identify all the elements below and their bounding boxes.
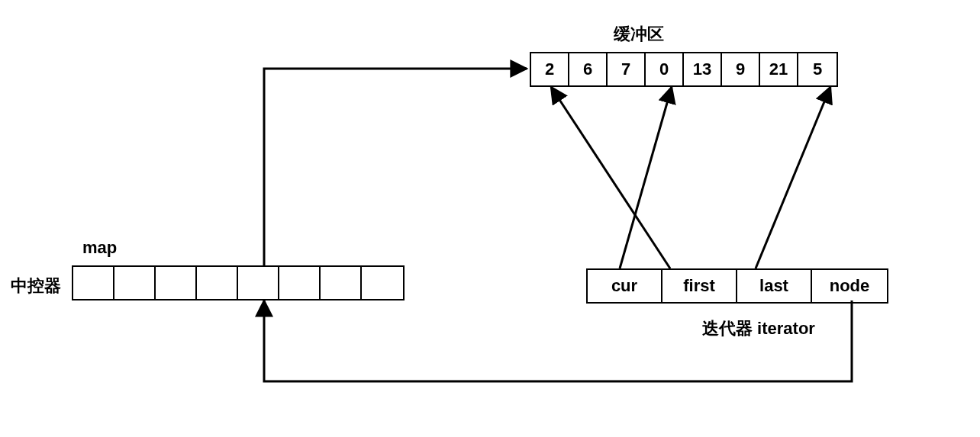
- iterator-field-cur: cur: [588, 270, 662, 302]
- arrow-last: [756, 87, 830, 268]
- iterator-struct: curfirstlastnode: [586, 268, 888, 304]
- arrow-node-to-map: [264, 300, 852, 381]
- buffer-cell: 2: [531, 53, 569, 85]
- map-cell: [238, 267, 279, 299]
- buffer-cell: 6: [569, 53, 608, 85]
- buffer-cell: 13: [684, 53, 722, 85]
- iterator-field-node: node: [812, 270, 887, 302]
- arrow-first: [551, 87, 670, 268]
- iterator-title: 迭代器 iterator: [702, 317, 815, 340]
- map-cell: [114, 267, 156, 299]
- iterator-field-last: last: [737, 270, 812, 302]
- buffer-title: 缓冲区: [614, 23, 664, 46]
- map-cell: [73, 267, 114, 299]
- map-cell: [197, 267, 238, 299]
- buffer-cell: 5: [798, 53, 837, 85]
- map-cell: [156, 267, 197, 299]
- map-cell: [321, 267, 362, 299]
- map-cell: [362, 267, 403, 299]
- controller-label: 中控器: [11, 275, 61, 297]
- buffer-cell: 0: [646, 53, 684, 85]
- map-cell: [279, 267, 321, 299]
- iterator-field-first: first: [662, 270, 737, 302]
- arrow-map-to-buffer: [264, 69, 527, 265]
- diagram-stage: 缓冲区 2670139215 map 中控器 curfirstlastnode …: [0, 0, 980, 437]
- buffer-cell: 21: [760, 53, 798, 85]
- map-title: map: [82, 238, 117, 258]
- arrow-cur: [620, 87, 672, 268]
- map-array: [72, 265, 405, 300]
- buffer-cell: 9: [722, 53, 760, 85]
- buffer-array: 2670139215: [530, 52, 838, 87]
- buffer-cell: 7: [608, 53, 646, 85]
